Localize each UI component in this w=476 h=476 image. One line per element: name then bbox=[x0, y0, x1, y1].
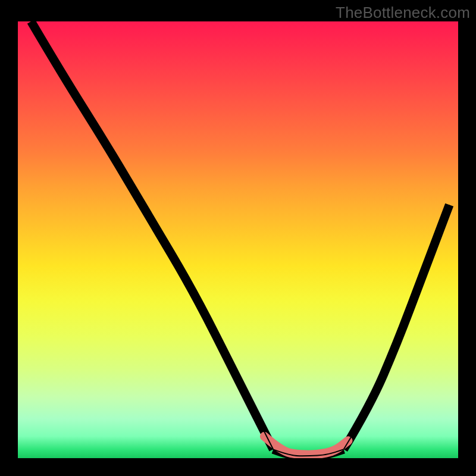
curve-right-branch bbox=[344, 205, 450, 449]
plot-area bbox=[18, 21, 458, 458]
watermark-text: TheBottleneck.com bbox=[336, 4, 470, 22]
curve-left-branch bbox=[31, 21, 273, 449]
chart-stage: TheBottleneck.com bbox=[0, 0, 476, 476]
curve-svg bbox=[18, 21, 458, 458]
